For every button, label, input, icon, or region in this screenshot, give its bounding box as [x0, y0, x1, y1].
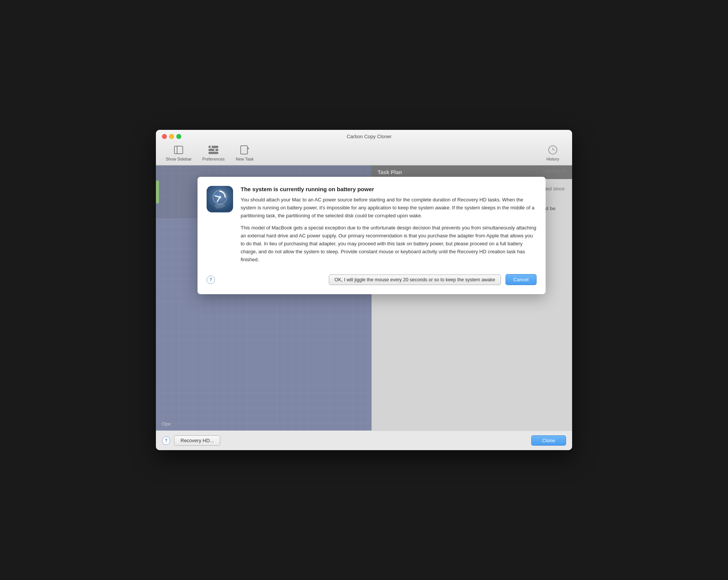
svg-point-5	[210, 146, 212, 148]
bottom-left: ? Recovery HD...	[162, 435, 220, 446]
preferences-button[interactable]: Preferences	[199, 142, 229, 163]
modal-body: You should attach your Mac to an AC powe…	[241, 196, 537, 263]
show-sidebar-label: Show Sidebar	[166, 157, 192, 161]
clone-button[interactable]: Clone	[531, 435, 566, 446]
modal-overlay: The system is currently running on batte…	[156, 165, 572, 430]
show-sidebar-button[interactable]: Show Sidebar	[162, 142, 196, 163]
battery-warning-modal: The system is currently running on batte…	[198, 177, 546, 294]
svg-rect-0	[174, 146, 183, 154]
cancel-button[interactable]: Cancel	[506, 274, 537, 285]
modal-title-area: The system is currently running on batte…	[241, 186, 537, 268]
traffic-lights	[162, 134, 181, 139]
new-task-icon	[239, 144, 251, 156]
modal-footer: ? OK, I will jiggle the mouse every 20 s…	[207, 274, 537, 285]
new-task-label: New Task	[236, 157, 254, 161]
svg-point-6	[214, 149, 216, 151]
recovery-hd-button[interactable]: Recovery HD...	[174, 435, 220, 446]
history-label: History	[546, 157, 559, 161]
modal-footer-right: OK, I will jiggle the mouse every 20 sec…	[329, 274, 537, 285]
maximize-button[interactable]	[176, 134, 181, 139]
svg-rect-4	[209, 152, 218, 154]
titlebar: Carbon Copy Cloner Show Sidebar	[156, 130, 572, 165]
new-task-button[interactable]: New Task	[232, 142, 258, 163]
history-icon	[547, 144, 559, 156]
toolbar: Show Sidebar Preferences	[162, 142, 566, 165]
sidebar-icon	[173, 144, 185, 156]
help-button[interactable]: ?	[162, 437, 170, 445]
modal-body-p2: This model of MacBook gets a special exc…	[241, 224, 537, 263]
modal-help-button[interactable]: ?	[207, 276, 215, 284]
main-content: Recovery HD: El Capitan Encryption: Not …	[156, 165, 572, 430]
modal-header: The system is currently running on batte…	[207, 186, 537, 268]
history-button[interactable]: History	[540, 142, 566, 163]
close-button[interactable]	[162, 134, 167, 139]
svg-rect-3	[209, 149, 218, 151]
svg-rect-13	[207, 186, 233, 212]
bottom-bar: ? Recovery HD... Clone	[156, 430, 572, 450]
ok-button[interactable]: OK, I will jiggle the mouse every 20 sec…	[329, 274, 501, 285]
svg-point-15	[219, 196, 221, 198]
window-title: Carbon Copy Cloner	[187, 134, 551, 139]
preferences-icon	[207, 144, 219, 156]
minimize-button[interactable]	[169, 134, 174, 139]
modal-title: The system is currently running on batte…	[241, 186, 537, 192]
app-icon	[207, 186, 233, 212]
preferences-label: Preferences	[202, 157, 225, 161]
modal-body-p1: You should attach your Mac to an AC powe…	[241, 196, 537, 220]
svg-rect-7	[241, 146, 247, 154]
main-window: Carbon Copy Cloner Show Sidebar	[156, 130, 572, 450]
